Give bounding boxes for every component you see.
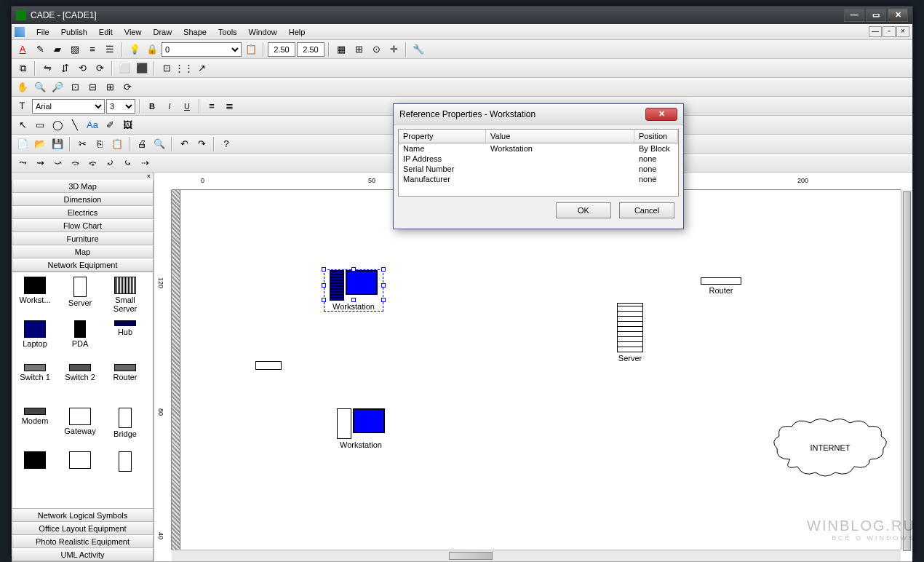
rotate2-icon[interactable]: ⟳ [92,60,108,76]
help-icon[interactable]: ? [218,136,234,152]
row-ip[interactable]: IP Address none [399,154,678,164]
connector6-icon[interactable]: ⤾ [102,155,118,171]
new-icon[interactable]: 📄 [15,136,31,152]
palette-gateway[interactable]: Gateway [57,406,103,450]
menu-shape[interactable]: Shape [178,25,212,39]
lock-icon[interactable]: 🔒 [144,41,160,58]
snap2-icon[interactable]: ✛ [386,41,402,58]
palette-smallserver[interactable]: Small Server [103,275,148,319]
scrollbar-v[interactable] [901,190,912,550]
font-select[interactable]: Arial [32,99,105,114]
connector2-icon[interactable]: ⇝ [32,155,48,171]
ok-button[interactable]: OK [556,202,611,218]
layer-select[interactable]: 0 [162,42,242,57]
mdi-close[interactable]: × [896,26,909,37]
palette-laptop[interactable]: Laptop [12,319,57,363]
menu-publish[interactable]: Publish [55,25,93,39]
menu-view[interactable]: View [119,25,148,39]
cat-3dmap[interactable]: 3D Map [12,180,154,193]
row-manufacturer[interactable]: Manufacturer none [399,174,678,184]
cancel-button[interactable]: Cancel [619,202,674,218]
align-icon[interactable]: ⊡ [159,60,175,76]
minimize-button[interactable]: — [844,9,864,22]
row-serial[interactable]: Serial Number none [399,164,678,174]
mdi-minimize[interactable]: — [869,26,882,37]
menu-edit[interactable]: Edit [93,25,119,39]
print-icon[interactable]: 🖨 [134,136,150,152]
cat-uml[interactable]: UML Activity [12,548,154,561]
redo-icon[interactable]: ↷ [194,136,210,152]
text-color-icon[interactable]: A [15,41,31,58]
connector4-icon[interactable]: ⤼ [67,155,83,171]
hatch-icon[interactable]: ▨ [67,41,83,58]
group-icon[interactable]: ⧉ [15,60,31,76]
distribute-icon[interactable]: ⋮⋮ [176,60,192,76]
palette-extra2[interactable] [57,450,103,494]
cat-furniture[interactable]: Furniture [12,232,154,245]
palette-switch2[interactable]: Switch 2 [57,363,103,406]
palette-server[interactable]: Server [57,275,103,319]
obj-workstation-2[interactable]: Workstation [332,408,390,449]
obj-device[interactable] [255,361,284,370]
col-value[interactable]: Value [486,130,634,143]
zoom-prev-icon[interactable]: ⊞ [102,79,118,95]
font-size-select[interactable]: 3 [106,99,135,114]
pen-icon[interactable]: ✎ [32,41,48,58]
grid-w-input[interactable] [268,42,295,57]
align-left-icon[interactable]: ≡ [204,98,220,114]
bold-icon[interactable]: B [144,98,160,114]
tools-icon[interactable]: 🔧 [410,41,426,58]
palette-switch1[interactable]: Switch 1 [12,363,57,406]
palette-modem[interactable]: Modem [12,406,57,450]
connector7-icon[interactable]: ⤿ [119,155,135,171]
dialog-close-button[interactable]: ✕ [645,108,677,121]
menu-file[interactable]: File [31,25,55,39]
close-button[interactable]: ✕ [888,9,908,22]
palette-bridge[interactable]: Bridge [103,406,148,450]
align-center-icon[interactable]: ≣ [221,98,237,114]
col-property[interactable]: Property [399,130,486,143]
pan-icon[interactable]: ✋ [15,79,31,95]
cat-dimension[interactable]: Dimension [12,193,154,206]
col-position[interactable]: Position [634,130,678,143]
menu-draw[interactable]: Draw [147,25,178,39]
cat-office[interactable]: Office Layout Equipment [12,522,154,535]
maximize-button[interactable]: ▭ [866,9,886,22]
rotate-icon[interactable]: ⟲ [74,60,90,76]
grid-h-input[interactable] [297,42,324,57]
sidebar-close-icon[interactable]: × [12,173,154,180]
connector5-icon[interactable]: ⤽ [84,155,100,171]
cut-icon[interactable]: ✂ [74,136,90,152]
palette-workstation[interactable]: Workst... [12,275,57,319]
zoom-fit-icon[interactable]: ⊡ [67,79,83,95]
rect-icon[interactable]: ▭ [32,117,48,133]
pointer-icon[interactable]: ↖ [15,117,31,133]
freehand-icon[interactable]: ✐ [102,117,118,133]
palette-extra1[interactable] [12,450,57,494]
ellipse-icon[interactable]: ◯ [49,117,65,133]
cat-network[interactable]: Network Equipment [12,258,154,272]
cat-logical[interactable]: Network Logical Symbols [12,509,154,522]
text-tool-icon[interactable]: Ꭲ [15,98,31,114]
menu-help[interactable]: Help [283,25,311,39]
undo-icon[interactable]: ↶ [176,136,192,152]
save-icon[interactable]: 💾 [49,136,65,152]
menu-window[interactable]: Window [243,25,283,39]
titlebar[interactable]: CADE - [CADE1] — ▭ ✕ [12,7,912,24]
obj-workstation-1[interactable]: Workstation [324,270,383,311]
mdi-restore[interactable]: ▫ [883,26,896,37]
connector1-icon[interactable]: ⤳ [15,155,31,171]
cat-photo[interactable]: Photo Realistic Equipment [12,535,154,548]
connector3-icon[interactable]: ⤻ [49,155,65,171]
canvas[interactable]: Workstation [172,190,901,550]
flip-h-icon[interactable]: ⇋ [39,60,55,76]
flip-v-icon[interactable]: ⇵ [57,60,73,76]
scrollbar-h[interactable] [172,550,901,561]
underline-icon[interactable]: U [179,98,195,114]
menu-tools[interactable]: Tools [212,25,243,39]
palette-extra3[interactable] [103,450,148,494]
dialog-titlebar[interactable]: Reference Properties - Workstation ✕ [394,104,683,124]
line-style-icon[interactable]: ≡ [84,41,100,58]
connector8-icon[interactable]: ⇢ [137,155,153,171]
copy-icon[interactable]: ⎘ [92,136,108,152]
